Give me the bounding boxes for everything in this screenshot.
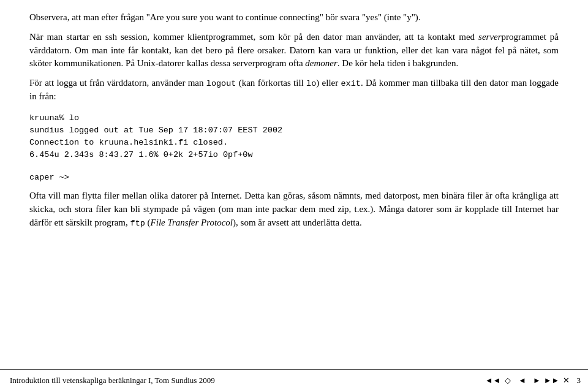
footer-page-number: 3 bbox=[577, 376, 581, 385]
p1-text: Observera, att man efter frågan "Are you… bbox=[29, 12, 421, 22]
paragraph-bottom1: Ofta vill man flytta filer mellan olika … bbox=[29, 189, 559, 229]
code-line-1: kruuna% lo bbox=[29, 112, 559, 124]
code-line-4: 6.454u 2.343s 8:43.27 1.6% 0+2k 2+57io 0… bbox=[29, 149, 559, 161]
ftp-long: File Transfer Protocol bbox=[151, 218, 233, 227]
nav-prev-button[interactable]: ◄ bbox=[516, 374, 529, 387]
server-italic: server bbox=[478, 32, 502, 42]
nav-prev-diamond-button[interactable]: ◇ bbox=[501, 374, 514, 387]
footer-navigation[interactable]: ◄◄ ◇ ◄ ► ►► ✕ bbox=[486, 374, 573, 387]
prompt-text: caper ~> bbox=[29, 173, 69, 182]
nav-next-last-button[interactable]: ►► bbox=[545, 374, 559, 387]
code-block: kruuna% lo sundius logged out at Tue Sep… bbox=[29, 112, 559, 162]
paragraph-3: För att logga ut från värddatorn, använd… bbox=[29, 77, 559, 104]
paragraph-2: När man startar en ssh session, kommer k… bbox=[29, 31, 559, 70]
demoner-italic: demoner bbox=[305, 58, 337, 68]
lo-code: lo bbox=[306, 79, 316, 88]
main-content: Observera, att man efter frågan "Are you… bbox=[0, 0, 588, 369]
nav-close-button[interactable]: ✕ bbox=[560, 374, 573, 387]
code-line-2: sundius logged out at Tue Sep 17 18:07:0… bbox=[29, 124, 559, 137]
footer-title: Introduktion till vetenskapliga beräknin… bbox=[10, 376, 486, 385]
nav-next-button[interactable]: ► bbox=[530, 374, 544, 387]
exit-code: exit bbox=[341, 79, 361, 88]
footer: Introduktion till vetenskapliga beräknin… bbox=[0, 369, 588, 391]
nav-first-button[interactable]: ◄◄ bbox=[486, 374, 500, 387]
prompt-line: caper ~> bbox=[29, 170, 559, 184]
paragraph-1: Observera, att man efter frågan "Are you… bbox=[29, 11, 559, 25]
code-line-3: Connection to kruuna.helsinki.fi closed. bbox=[29, 137, 559, 149]
ftp-code: ftp bbox=[130, 219, 145, 228]
logout-code: logout bbox=[206, 79, 236, 88]
